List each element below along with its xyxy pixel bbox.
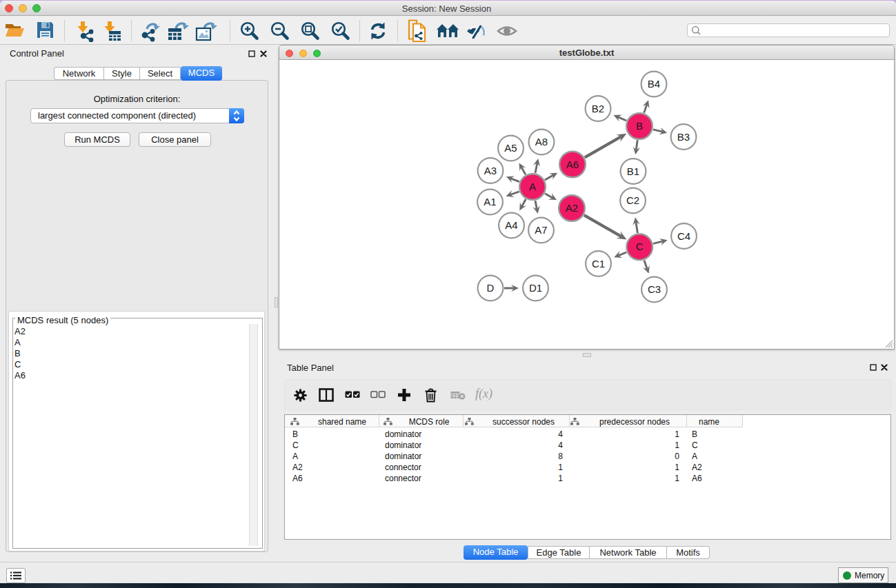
svg-text:A3: A3 <box>484 165 497 176</box>
svg-text:B4: B4 <box>648 78 660 90</box>
svg-text:C1: C1 <box>592 258 605 270</box>
svg-text:B3: B3 <box>677 131 690 143</box>
svg-text:C4: C4 <box>677 230 690 242</box>
svg-text:B: B <box>636 120 643 132</box>
svg-text:C2: C2 <box>626 194 639 206</box>
svg-text:D: D <box>487 282 495 294</box>
svg-text:A8: A8 <box>535 136 548 148</box>
svg-text:A: A <box>529 181 536 192</box>
svg-text:D1: D1 <box>529 282 542 294</box>
svg-text:C: C <box>636 241 644 252</box>
svg-text:A6: A6 <box>566 159 579 170</box>
svg-text:A4: A4 <box>505 219 517 231</box>
svg-text:B1: B1 <box>627 165 639 177</box>
svg-text:A5: A5 <box>504 142 517 154</box>
svg-text:A2: A2 <box>566 202 578 214</box>
svg-text:A1: A1 <box>484 196 496 207</box>
svg-text:A7: A7 <box>535 224 547 236</box>
svg-text:C3: C3 <box>648 283 661 295</box>
svg-text:B2: B2 <box>592 103 604 114</box>
